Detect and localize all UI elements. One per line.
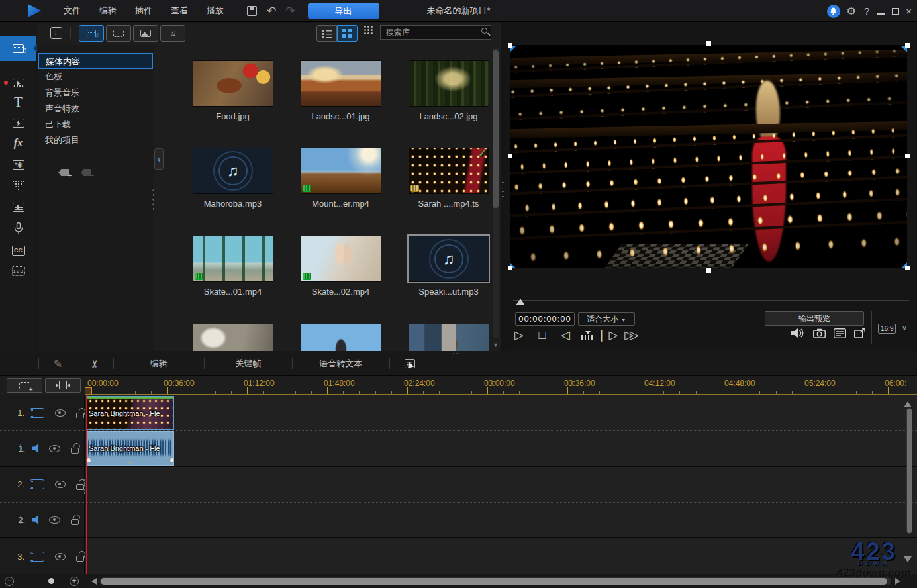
sort-options-icon[interactable] bbox=[363, 25, 373, 35]
track-lock-icon[interactable] bbox=[71, 448, 79, 454]
sidebar-item-titles[interactable]: T bbox=[0, 91, 36, 113]
media-item[interactable]: Skate...01.mp4 bbox=[179, 236, 287, 297]
media-item[interactable] bbox=[395, 324, 490, 351]
filter-audio-button[interactable]: ♫ bbox=[160, 25, 185, 42]
menu-plugins[interactable]: 插件 bbox=[128, 1, 159, 21]
track-lane[interactable] bbox=[85, 538, 917, 574]
add-tag-icon[interactable]: + bbox=[58, 169, 69, 176]
previous-frame-button[interactable]: ◁ bbox=[558, 328, 573, 342]
filter-all-media-button[interactable]: ♫ bbox=[79, 25, 104, 42]
stop-button[interactable]: □ bbox=[535, 328, 550, 342]
undo-icon[interactable]: ↶ bbox=[267, 4, 276, 18]
track-lane[interactable]: Sarah Brightman - Fle ▪▪ bbox=[85, 431, 917, 466]
media-info-list-icon[interactable] bbox=[834, 328, 846, 338]
grid-view-button[interactable] bbox=[337, 25, 358, 42]
track-lock-icon[interactable] bbox=[76, 413, 84, 418]
play-button[interactable]: ▷ bbox=[512, 328, 526, 342]
category-color-boards[interactable]: 色板 bbox=[37, 69, 154, 85]
track-visibility-eye-icon[interactable] bbox=[55, 481, 66, 488]
track-lane[interactable] bbox=[85, 467, 917, 502]
sidebar-item-overlay[interactable] bbox=[0, 72, 36, 93]
menu-view[interactable]: 查看 bbox=[164, 1, 195, 21]
tracks-scroll-up-icon[interactable] bbox=[904, 397, 912, 407]
seek-handle[interactable] bbox=[516, 294, 525, 305]
horizontal-scrollbar-thumb[interactable] bbox=[101, 578, 887, 585]
selection-handle[interactable] bbox=[905, 154, 910, 158]
search-input[interactable] bbox=[380, 25, 491, 40]
aspect-ratio-dropdown-icon[interactable]: ∨ bbox=[902, 324, 907, 332]
speech-to-text-button[interactable]: 语音转文本 bbox=[293, 358, 389, 369]
tracks-scroll-down-icon[interactable] bbox=[904, 556, 912, 566]
media-item[interactable]: Landsc...01.jpg bbox=[287, 60, 395, 121]
media-thumbnail[interactable]: ♫ bbox=[409, 236, 489, 282]
media-item[interactable]: Mount...er.mp4 bbox=[287, 148, 395, 209]
next-frame-button[interactable]: ▷ bbox=[601, 328, 616, 342]
track-visibility-eye-icon[interactable] bbox=[55, 553, 66, 560]
media-item[interactable]: ♫ Mahoroba.mp3 bbox=[179, 148, 287, 209]
fast-forward-button[interactable]: ▷▷ bbox=[624, 328, 639, 342]
edit-tool-button[interactable]: 编辑 bbox=[114, 358, 204, 369]
filter-photo-button[interactable] bbox=[133, 25, 158, 42]
media-item[interactable] bbox=[287, 324, 395, 351]
sidebar-item-subtitles[interactable]: CC bbox=[0, 240, 36, 261]
media-thumbnail[interactable] bbox=[409, 60, 489, 107]
media-thumbnail[interactable] bbox=[193, 236, 273, 282]
panel-splitter-grip[interactable] bbox=[152, 188, 154, 212]
sidebar-item-chapters[interactable]: 123 bbox=[0, 260, 36, 281]
export-button[interactable]: 导出 bbox=[308, 3, 379, 19]
save-icon[interactable] bbox=[247, 6, 257, 16]
playhead-line[interactable] bbox=[86, 395, 87, 574]
media-thumbnail[interactable] bbox=[301, 148, 381, 194]
import-media-icon[interactable] bbox=[50, 27, 62, 39]
track-lock-icon[interactable] bbox=[71, 519, 79, 525]
media-thumbnail[interactable] bbox=[409, 324, 489, 351]
list-view-button[interactable] bbox=[316, 25, 337, 42]
media-thumbnail[interactable] bbox=[193, 324, 273, 351]
media-item[interactable]: Landsc...02.jpg bbox=[395, 60, 490, 121]
sidebar-item-effects[interactable]: fx bbox=[0, 132, 36, 154]
track-visibility-eye-icon[interactable] bbox=[55, 409, 66, 416]
menu-file[interactable]: 文件 bbox=[57, 1, 87, 21]
render-preview-icon[interactable] bbox=[581, 331, 593, 340]
track-manager-button[interactable] bbox=[7, 378, 42, 393]
media-thumbnail[interactable] bbox=[301, 236, 381, 282]
snapshot-camera-icon[interactable] bbox=[813, 328, 826, 338]
media-thumbnail[interactable] bbox=[301, 60, 381, 107]
seek-bar[interactable] bbox=[513, 300, 909, 301]
precision-edit-button[interactable] bbox=[45, 378, 81, 393]
zoom-in-button[interactable]: + bbox=[70, 577, 79, 586]
track-splitter-grip[interactable] bbox=[83, 478, 85, 495]
keyframe-tool-button[interactable]: 关键帧 bbox=[205, 358, 292, 369]
media-thumbnail[interactable] bbox=[301, 324, 381, 351]
track-lane[interactable] bbox=[85, 503, 917, 537]
sidebar-item-mixer[interactable] bbox=[0, 197, 36, 218]
volume-handle[interactable] bbox=[87, 458, 91, 463]
media-item[interactable]: Skate...02.mp4 bbox=[287, 236, 395, 297]
undock-preview-icon[interactable] bbox=[854, 328, 866, 338]
zoom-slider-handle[interactable] bbox=[48, 578, 54, 584]
split-scissors-icon[interactable]: ✂ bbox=[89, 359, 102, 368]
library-scrollbar-thumb[interactable] bbox=[493, 50, 499, 208]
maximize-button[interactable] bbox=[892, 8, 899, 15]
help-icon[interactable]: ? bbox=[863, 5, 871, 17]
track-lane[interactable]: Sarah Brightman - Fle bbox=[85, 395, 917, 430]
fit-size-dropdown[interactable]: 适合大小 ▼ bbox=[578, 312, 635, 326]
media-item[interactable]: Food.jpg bbox=[179, 60, 287, 121]
track-visibility-eye-icon[interactable] bbox=[49, 516, 60, 524]
scroll-left-icon[interactable] bbox=[88, 578, 97, 585]
output-preview-button[interactable]: 输出预览 bbox=[765, 311, 864, 326]
media-thumbnail[interactable]: ✓ bbox=[409, 148, 489, 194]
volume-handle[interactable] bbox=[169, 458, 174, 463]
timecode-display[interactable]: 00:00:00:00 bbox=[515, 312, 575, 326]
scroll-down-icon[interactable]: ▼ bbox=[493, 342, 499, 348]
preview-video[interactable] bbox=[510, 45, 907, 268]
selection-handle[interactable] bbox=[508, 154, 512, 158]
video-clip[interactable]: Sarah Brightman - Fle bbox=[87, 396, 174, 430]
category-background-music[interactable]: 背景音乐 bbox=[37, 85, 154, 101]
sidebar-item-particle-spray[interactable] bbox=[0, 175, 36, 196]
media-thumbnail[interactable]: ♫ bbox=[193, 148, 273, 194]
selection-handle[interactable] bbox=[706, 268, 711, 273]
media-item[interactable]: ♫ Speaki...ut.mp3 bbox=[395, 236, 490, 297]
panel-splitter[interactable] bbox=[501, 23, 505, 351]
category-my-projects[interactable]: 我的项目 bbox=[37, 132, 154, 148]
